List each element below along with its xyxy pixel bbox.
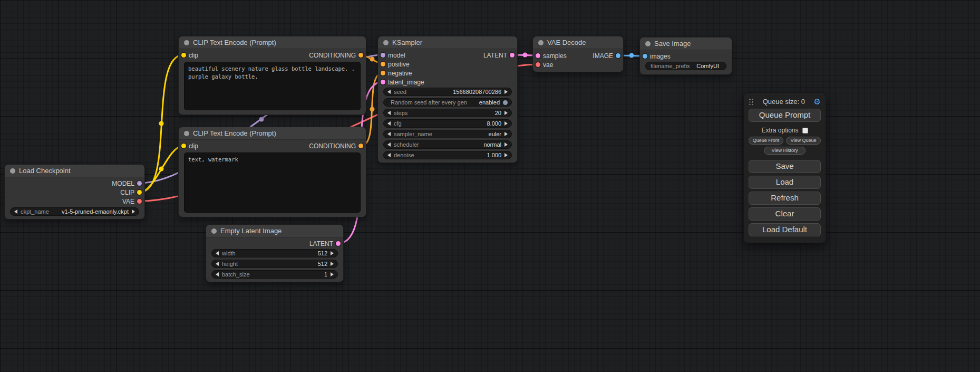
load-button[interactable]: Load [749, 176, 821, 189]
input-dot-latent-image[interactable] [381, 80, 385, 84]
stepper-left-icon[interactable] [387, 121, 391, 126]
widget-ckpt-name[interactable]: ckpt_name v1-5-pruned-emaonly.ckpt [10, 207, 139, 216]
settings-gear-icon[interactable]: ⚙ [814, 98, 821, 106]
widget-filename-prefix[interactable]: filename_prefix ComfyUI [645, 62, 726, 70]
queue-front-button[interactable]: Queue Front [749, 137, 783, 145]
prompt-textarea[interactable]: text, watermark [184, 152, 361, 213]
widget-random-seed-toggle[interactable]: Random seed after every gen enabled [383, 98, 512, 107]
output-dot-conditioning[interactable] [358, 53, 363, 58]
input-dot-clip[interactable] [181, 53, 186, 58]
output-dot-image[interactable] [616, 53, 620, 58]
extra-options-row: Extra options [749, 127, 821, 134]
node-load-checkpoint[interactable]: Load Checkpoint MODEL CLIP VAE [4, 164, 145, 220]
input-slot-images: images [643, 53, 671, 60]
widget-seed[interactable]: seed 156680208700286 [383, 88, 512, 96]
refresh-button[interactable]: Refresh [749, 192, 821, 205]
queue-buttons-row: Queue Front View Queue [749, 137, 821, 145]
node-header[interactable]: CLIP Text Encode (Prompt) [179, 36, 366, 49]
node-clip-text-encode-positive[interactable]: CLIP Text Encode (Prompt) clip CONDITION… [178, 36, 366, 115]
output-dot-clip[interactable] [137, 190, 142, 195]
output-dot-vae[interactable] [137, 199, 142, 204]
comfy-menu-panel: Queue size: 0 ⚙ Queue Prompt Extra optio… [743, 92, 826, 243]
stepper-right-icon[interactable] [331, 262, 334, 266]
node-vae-decode[interactable]: VAE Decode samples IMAGE vae [532, 36, 624, 72]
widget-sampler-name[interactable]: sampler_name euler [383, 130, 512, 138]
output-dot-latent[interactable] [336, 241, 341, 246]
input-dot-samples[interactable] [536, 53, 540, 58]
stepper-right-icon[interactable] [504, 111, 508, 115]
node-save-image[interactable]: Save Image images filename_prefix ComfyU… [639, 37, 732, 75]
input-dot-model[interactable] [381, 53, 385, 58]
stepper-right-icon[interactable] [132, 209, 135, 214]
slot-row: model LATENT [378, 51, 517, 60]
output-dot-latent[interactable] [510, 53, 515, 58]
slot-row: vae [533, 60, 623, 69]
stepper-right-icon[interactable] [504, 90, 508, 94]
node-status-dot [184, 131, 189, 136]
node-header[interactable]: Empty Latent Image [206, 225, 343, 237]
widget-height[interactable]: height 512 [211, 260, 338, 268]
output-slot-conditioning: CONDITIONING [309, 142, 363, 150]
widget-cfg[interactable]: cfg 8.000 [383, 119, 512, 128]
stepper-right-icon[interactable] [331, 251, 334, 255]
widget-width[interactable]: width 512 [211, 249, 338, 257]
menu-drag-handle-icon[interactable] [749, 98, 754, 105]
view-history-button[interactable]: View History [764, 147, 806, 155]
stepper-left-icon[interactable] [14, 209, 17, 214]
stepper-right-icon[interactable] [504, 142, 508, 147]
node-header[interactable]: VAE Decode [533, 36, 623, 49]
view-queue-button[interactable]: View Queue [786, 137, 821, 145]
stepper-left-icon[interactable] [387, 142, 391, 147]
input-slot-latent-image: latent_image [381, 79, 424, 86]
slot-row: CLIP [5, 188, 144, 197]
node-ksampler[interactable]: KSampler model LATENT positive [377, 36, 518, 163]
extra-options-checkbox[interactable] [802, 128, 808, 133]
stepper-right-icon[interactable] [504, 121, 508, 126]
stepper-left-icon[interactable] [216, 262, 219, 266]
output-slot-model: MODEL [112, 180, 142, 187]
queue-prompt-button[interactable]: Queue Prompt [749, 109, 821, 122]
node-header[interactable]: Save Image [640, 37, 732, 50]
node-empty-latent-image[interactable]: Empty Latent Image LATENT width 512 heig… [206, 224, 344, 282]
toggle-on-icon[interactable] [503, 100, 508, 105]
output-dot-model[interactable] [137, 181, 142, 186]
input-dot-vae[interactable] [536, 62, 540, 67]
wire-midpoint-dot [370, 107, 375, 112]
slot-row: clip CONDITIONING [179, 141, 366, 150]
prompt-textarea[interactable]: beautiful scenery nature glass bottle la… [184, 62, 361, 110]
input-dot-images[interactable] [643, 54, 647, 59]
input-slot-model: model [381, 52, 405, 59]
save-button[interactable]: Save [749, 160, 821, 173]
output-dot-conditioning[interactable] [358, 144, 363, 148]
stepper-left-icon[interactable] [216, 272, 219, 276]
node-header[interactable]: CLIP Text Encode (Prompt) [179, 127, 366, 140]
widget-batch-size[interactable]: batch_size 1 [211, 270, 338, 279]
node-title: Load Checkpoint [19, 167, 71, 175]
stepper-left-icon[interactable] [387, 90, 391, 94]
stepper-left-icon[interactable] [387, 132, 391, 136]
widget-scheduler[interactable]: scheduler normal [383, 140, 512, 149]
load-default-button[interactable]: Load Default [749, 223, 821, 236]
stepper-right-icon[interactable] [504, 132, 508, 136]
node-header[interactable]: Load Checkpoint [5, 165, 144, 177]
stepper-left-icon[interactable] [387, 153, 391, 157]
clear-button[interactable]: Clear [749, 207, 821, 221]
input-dot-positive[interactable] [381, 62, 385, 66]
node-clip-text-encode-negative[interactable]: CLIP Text Encode (Prompt) clip CONDITION… [178, 127, 366, 217]
widget-steps[interactable]: steps 20 [383, 109, 512, 117]
graph-canvas[interactable]: Load Checkpoint MODEL CLIP VAE [0, 0, 980, 372]
slot-row: positive [378, 60, 517, 69]
stepper-left-icon[interactable] [387, 111, 391, 115]
stepper-right-icon[interactable] [331, 272, 334, 276]
wire-midpoint-dot [370, 57, 375, 62]
stepper-right-icon[interactable] [504, 153, 508, 157]
input-dot-clip[interactable] [181, 144, 186, 148]
queue-size-label: Queue size: 0 [754, 98, 814, 106]
menu-header: Queue size: 0 ⚙ [749, 96, 821, 107]
input-slot-samples: samples [536, 52, 567, 60]
input-dot-negative[interactable] [381, 71, 385, 75]
node-header[interactable]: KSampler [378, 36, 517, 49]
widget-denoise[interactable]: denoise 1.000 [383, 151, 512, 159]
stepper-left-icon[interactable] [216, 251, 219, 255]
node-status-dot [184, 40, 189, 45]
